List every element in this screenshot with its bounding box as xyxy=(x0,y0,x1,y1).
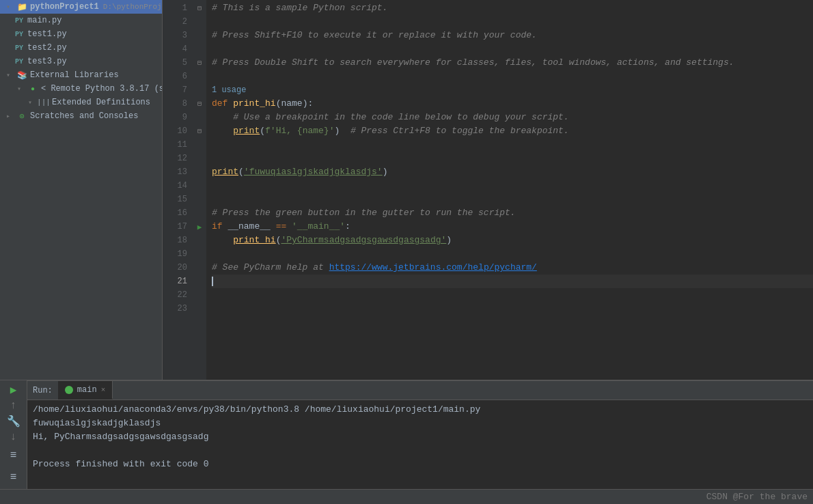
gutter-row-20 xyxy=(193,261,206,275)
line-numbers: 1 2 3 4 5 6 7 8 9 10 11 12 13 14 15 16 1… xyxy=(163,0,193,380)
run-tabs: Run: main × xyxy=(27,381,813,400)
code-line-12 xyxy=(212,152,813,165)
sidebar-test1-py-label: test1.py xyxy=(27,29,67,39)
run-output-line-4 xyxy=(33,444,808,458)
run-toolbar: ▶ ↑ 🔧 ↓ ≡ ≡ xyxy=(0,380,27,489)
code-line-5: # Press Double Shift to search everywher… xyxy=(212,56,813,70)
run-tab-label: main xyxy=(77,385,97,395)
bottom-section: ▶ ↑ 🔧 ↓ ≡ ≡ Run: main × /home/liuxiaohui… xyxy=(0,380,813,489)
gutter-row-5: ⊟ xyxy=(193,56,206,70)
sidebar: ▾ 📁 pythonProject1 D:\pythonProject PY m… xyxy=(0,0,163,380)
gutter-row-23 xyxy=(193,302,206,316)
gutter-row-9 xyxy=(193,111,206,124)
gutter-row-12 xyxy=(193,152,206,165)
main-area: ▾ 📁 pythonProject1 D:\pythonProject PY m… xyxy=(0,0,813,380)
code-line-17: if __name__ == '__main__': xyxy=(212,220,813,234)
code-line-6 xyxy=(212,70,813,83)
editor: 1 2 3 4 5 6 7 8 9 10 11 12 13 14 15 16 1… xyxy=(163,0,813,380)
sidebar-item-project-root[interactable]: ▾ 📁 pythonProject1 D:\pythonProject xyxy=(0,0,162,14)
code-line-23 xyxy=(212,302,813,316)
sidebar-scratches-label: Scratches and Consoles xyxy=(30,111,138,121)
sidebar-item-test2-py[interactable]: PY test2.py xyxy=(0,41,162,55)
run-tab-close-icon[interactable]: × xyxy=(101,386,106,394)
sidebar-item-scratches[interactable]: ▸ ⊙ Scratches and Consoles xyxy=(0,109,162,123)
gutter-row-3 xyxy=(193,29,206,42)
gutter-row-21 xyxy=(193,275,206,288)
py-file-icon-3: PY xyxy=(14,42,25,53)
remote-python-icon: ● xyxy=(27,83,38,94)
py-file-icon-2: PY xyxy=(14,29,25,40)
code-line-19 xyxy=(212,247,813,261)
code-line-4 xyxy=(212,42,813,56)
gutter-row-2 xyxy=(193,15,206,29)
sidebar-item-ext-libs[interactable]: ▾ 📚 External Libraries xyxy=(0,68,162,82)
sidebar-test3-py-label: test3.py xyxy=(27,57,67,66)
sidebar-main-py-label: main.py xyxy=(27,16,61,25)
run-output-content: /home/liuxiaohui/anaconda3/envs/py38/bin… xyxy=(27,400,813,490)
ext-defs-icon: ||| xyxy=(38,97,49,108)
sidebar-ext-defs-label: Extended Definitions xyxy=(52,98,150,107)
run-tab-icon xyxy=(65,386,73,394)
sidebar-remote-python-label: < Remote Python 3.8.17 (sftp:/...) xyxy=(41,84,163,94)
run-output-line-3: Hi, PyCharmsadgsadgsgawsdgasgsadg xyxy=(33,430,808,444)
run-list-button[interactable]: ≡ xyxy=(4,446,23,465)
run-tab-main[interactable]: main × xyxy=(58,381,113,400)
code-line-21 xyxy=(212,275,813,288)
code-line-1: # This is a sample Python script. xyxy=(212,1,813,15)
run-list2-button[interactable]: ≡ xyxy=(4,468,23,487)
code-line-9: # Use a breakpoint in the code line belo… xyxy=(212,111,813,124)
sidebar-item-test1-py[interactable]: PY test1.py xyxy=(0,27,162,41)
sidebar-item-main-py[interactable]: PY main.py xyxy=(0,14,162,27)
code-line-16: # Press the green button in the gutter t… xyxy=(212,206,813,220)
remote-python-arrow-icon: ▾ xyxy=(14,83,25,94)
sidebar-ext-libs-label: External Libraries xyxy=(30,70,119,80)
sidebar-project-path: D:\pythonProject xyxy=(103,3,163,11)
run-up-button[interactable]: ↑ xyxy=(4,400,23,412)
run-down-button[interactable]: ↓ xyxy=(4,431,23,443)
run-wrench-button[interactable]: 🔧 xyxy=(4,415,23,428)
run-play-button[interactable]: ▶ xyxy=(4,383,23,397)
run-label: Run: xyxy=(27,381,58,400)
gutter-row-22 xyxy=(193,288,206,302)
ext-libs-arrow-icon: ▾ xyxy=(3,70,14,81)
py-file-icon: PY xyxy=(14,15,25,26)
gutter-row-10: ⊟ xyxy=(193,124,206,138)
gutter-row-6 xyxy=(193,70,206,83)
run-output-line-5: Process finished with exit code 0 xyxy=(33,458,808,471)
folder-icon: 📁 xyxy=(16,1,27,12)
py-file-icon-4: PY xyxy=(14,56,25,67)
ext-defs-arrow-icon: ▾ xyxy=(25,97,36,108)
sidebar-item-remote-python[interactable]: ▾ ● < Remote Python 3.8.17 (sftp:/...) xyxy=(0,82,162,96)
gutter-row-14 xyxy=(193,179,206,193)
sidebar-item-ext-defs[interactable]: ▾ ||| Extended Definitions xyxy=(0,96,162,109)
gutter-row-19 xyxy=(193,247,206,261)
code-line-15 xyxy=(212,193,813,206)
code-line-14 xyxy=(212,179,813,193)
scratches-arrow-icon: ▸ xyxy=(3,111,14,122)
usage-hint: 1 usage xyxy=(212,85,246,95)
gutter-row-4 xyxy=(193,42,206,56)
code-line-11 xyxy=(212,138,813,152)
status-bar: CSDN @For the brave xyxy=(0,489,813,504)
code-area[interactable]: # This is a sample Python script. # Pres… xyxy=(206,0,813,380)
gutter-row-1: ⊟ xyxy=(193,1,206,15)
code-line-10: print(f'Hi, {name}') # Press Ctrl+F8 to … xyxy=(212,124,813,138)
gutter-row-13 xyxy=(193,165,206,179)
gutter-row-18 xyxy=(193,234,206,247)
run-output-panel: Run: main × /home/liuxiaohui/anaconda3/e… xyxy=(27,380,813,490)
gutter-row-17: ▶ xyxy=(193,220,206,234)
code-line-7: 1 usage xyxy=(212,83,813,97)
gutter-row-7 xyxy=(193,83,206,97)
gutter-row-15 xyxy=(193,193,206,206)
scratches-icon: ⊙ xyxy=(16,111,27,122)
code-line-8: def print_hi(name): xyxy=(212,97,813,111)
sidebar-item-test3-py[interactable]: PY test3.py xyxy=(0,55,162,68)
arrow-down-icon: ▾ xyxy=(3,1,14,12)
gutter: ⊟ ⊟ ⊟ ⊟ ▶ xyxy=(193,0,206,380)
run-output-line-1: /home/liuxiaohui/anaconda3/envs/py38/bin… xyxy=(33,403,808,417)
ext-libs-icon: 📚 xyxy=(16,70,27,81)
gutter-row-11 xyxy=(193,138,206,152)
gutter-row-8: ⊟ xyxy=(193,97,206,111)
code-line-3: # Press Shift+F10 to execute it or repla… xyxy=(212,29,813,42)
run-arrow-icon: ▶ xyxy=(197,223,202,232)
